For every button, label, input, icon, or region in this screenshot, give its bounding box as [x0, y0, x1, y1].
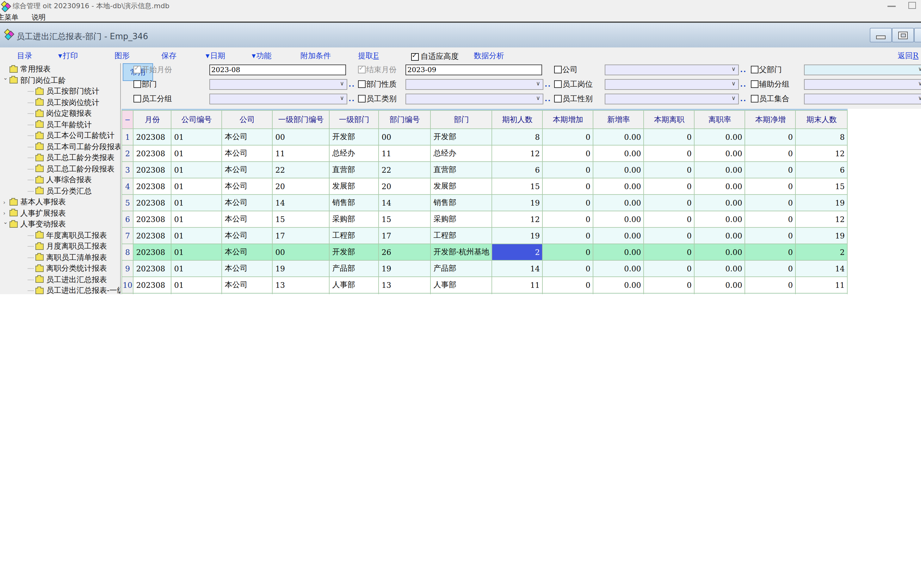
cell[interactable]: 14	[492, 260, 543, 277]
cell[interactable]: 0.00	[695, 178, 745, 194]
sidebar-item-人事综合报表[interactable]: 人事综合报表	[0, 174, 120, 186]
cell[interactable]: 01	[171, 178, 222, 194]
column-header-本期增加[interactable]: 本期增加	[543, 111, 593, 129]
minimize-icon[interactable]	[887, 6, 896, 7]
column-header-本期净增[interactable]: 本期净增	[745, 111, 796, 129]
cell[interactable]: 12	[492, 145, 543, 161]
sidebar-item-月度离职员工报表[interactable]: 月度离职员工报表	[0, 241, 120, 252]
sidebar-item-员工进出汇总报表[interactable]: 员工进出汇总报表	[0, 274, 120, 285]
cell[interactable]: 直营部	[431, 161, 492, 178]
cell[interactable]: 202308	[133, 211, 171, 227]
row-number-cell[interactable]: 7	[122, 227, 133, 244]
toolbar-button-附加条件[interactable]: 附加条件	[301, 50, 331, 61]
cell[interactable]: 0	[543, 129, 593, 145]
cell[interactable]: 0.00	[593, 145, 644, 161]
chevron-right-icon[interactable]: ›	[3, 210, 8, 217]
filter-dropdown-辅助分组[interactable]: ∨	[804, 79, 921, 90]
row-number-cell[interactable]: 8	[122, 244, 133, 260]
cell[interactable]: 本公司	[222, 260, 273, 277]
cell[interactable]: 0	[644, 145, 695, 161]
cell[interactable]: 0	[644, 161, 695, 178]
filter-more-dots[interactable]: ..	[545, 80, 551, 89]
cell[interactable]: 01	[171, 194, 222, 211]
sidebar-item-员工按岗位统计[interactable]: 员工按岗位统计	[0, 97, 120, 108]
cell[interactable]: 本公司	[222, 244, 273, 260]
sidebar-item-员工总工龄分段报表[interactable]: 员工总工龄分段报表	[0, 163, 120, 174]
cell[interactable]: 本公司	[222, 161, 273, 178]
restore-icon[interactable]	[908, 2, 916, 9]
filter-dropdown-公司[interactable]: ∨	[605, 65, 739, 75]
cell[interactable]: 0.00	[695, 129, 745, 145]
sidebar-item-岗位定额报表[interactable]: 岗位定额报表	[0, 108, 120, 119]
child-close-button[interactable]	[914, 28, 921, 42]
cell[interactable]: 01	[171, 129, 222, 145]
column-header-部门编号[interactable]: 部门编号	[379, 111, 431, 129]
cell[interactable]: 0	[543, 178, 593, 194]
cell[interactable]: 0	[745, 161, 796, 178]
cell[interactable]: 01	[171, 161, 222, 178]
sidebar-item-人事扩展报表[interactable]: ›人事扩展报表	[0, 208, 120, 219]
cell[interactable]: 0	[745, 277, 796, 293]
filter-checkbox-结束月份[interactable]: ✓	[358, 66, 366, 73]
cell[interactable]: 产品部	[330, 260, 379, 277]
cell[interactable]: 0	[644, 293, 695, 294]
filter-more-dots[interactable]: ..	[740, 94, 747, 103]
cell[interactable]: 总经办	[330, 145, 379, 161]
cell[interactable]: 0.00	[593, 277, 644, 293]
cell[interactable]: 202308	[133, 194, 171, 211]
toolbar-button-打印[interactable]: ▼打印	[58, 50, 78, 61]
cell[interactable]: 本公司	[222, 129, 273, 145]
column-header-离职率[interactable]: 离职率	[695, 111, 745, 129]
cell[interactable]: 0.00	[593, 227, 644, 244]
filter-checkbox-公司[interactable]	[554, 66, 562, 73]
cell[interactable]: 0.00	[695, 161, 745, 178]
filter-checkbox-员工集合[interactable]	[751, 95, 758, 103]
sidebar-item-常用报表[interactable]: 常用报表	[0, 64, 120, 75]
sidebar-item-人事变动报表[interactable]: ›人事变动报表	[0, 219, 120, 230]
cell[interactable]: 人事部	[431, 277, 492, 293]
toolbar-button-保存[interactable]: 保存	[161, 50, 176, 61]
cell[interactable]: 发展部	[330, 178, 379, 194]
child-restore-button[interactable]	[892, 28, 914, 42]
toolbar-button-目录[interactable]: 目录	[17, 50, 32, 61]
row-number-cell[interactable]: 9	[122, 260, 133, 277]
cell[interactable]: 0	[644, 211, 695, 227]
cell[interactable]: 13	[379, 277, 431, 293]
cell[interactable]: 202308	[133, 129, 171, 145]
filter-input-开始月份[interactable]: 2023-08	[209, 65, 346, 75]
cell[interactable]: 17	[379, 227, 431, 244]
chevron-down-icon[interactable]: ›	[3, 78, 9, 83]
cell[interactable]: 12	[492, 211, 543, 227]
cell[interactable]: 19	[492, 227, 543, 244]
filter-more-dots[interactable]: ..	[348, 94, 355, 103]
cell[interactable]: 0	[543, 260, 593, 277]
cell[interactable]: 00	[273, 129, 330, 145]
cell[interactable]: 总经办	[431, 145, 492, 161]
filter-dropdown-员工集合[interactable]: ∨	[804, 94, 921, 104]
filter-dropdown-员工性别[interactable]: ∨	[605, 94, 739, 104]
filter-more-dots[interactable]: ..	[545, 94, 551, 103]
cell[interactable]: 0.00	[593, 211, 644, 227]
cell[interactable]: 20	[379, 178, 431, 194]
cell[interactable]: 0.00	[695, 293, 745, 294]
cell[interactable]: 11	[492, 277, 543, 293]
column-header-期初人数[interactable]: 期初人数	[492, 111, 543, 129]
filter-checkbox-辅助分组[interactable]	[751, 80, 758, 88]
toolbar-button-功能[interactable]: ▼功能	[252, 50, 272, 61]
column-header-公司[interactable]: 公司	[222, 111, 273, 129]
cell[interactable]: 15	[796, 178, 848, 194]
cell[interactable]: 0	[745, 178, 796, 194]
sidebar-item-员工本公司工龄统计[interactable]: 员工本公司工龄统计	[0, 130, 120, 142]
row-number-cell[interactable]: 1	[122, 129, 133, 145]
cell[interactable]: 采购部	[330, 211, 379, 227]
toolbar-button-图形[interactable]: 图形	[114, 50, 130, 61]
column-header-月份[interactable]: 月份	[133, 111, 171, 129]
filter-dropdown-父部门[interactable]: ∨	[804, 65, 921, 75]
cell[interactable]: 0.00	[593, 129, 644, 145]
cell[interactable]: 品控部	[330, 293, 379, 294]
cell[interactable]: 发展部	[431, 178, 492, 194]
cell[interactable]: 15	[273, 211, 330, 227]
sidebar-item-员工分类汇总[interactable]: 员工分类汇总	[0, 186, 120, 197]
cell[interactable]: 19	[796, 194, 848, 211]
cell[interactable]: 0.00	[695, 145, 745, 161]
